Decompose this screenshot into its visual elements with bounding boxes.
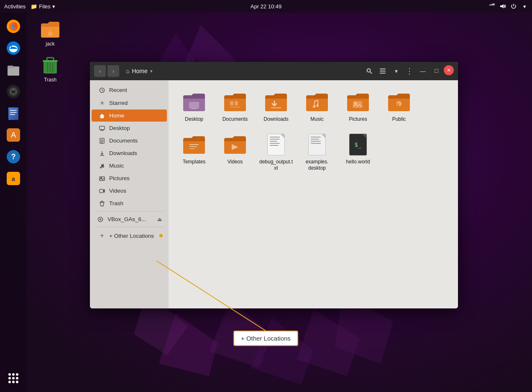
svg-rect-57 — [380, 73, 386, 74]
sidebar-music-label: Music — [109, 163, 124, 169]
dock-item-rhythmbox[interactable] — [4, 82, 23, 101]
sidebar-item-trash[interactable]: Trash — [92, 197, 167, 209]
file-manager-body: Recent ★ Starred Home — [90, 80, 458, 308]
file-item-templates[interactable]: Templates — [175, 130, 213, 175]
location-bar[interactable]: ⌂ Home ▾ — [126, 68, 357, 74]
sidebar-item-documents[interactable]: Documents — [92, 135, 167, 147]
dock-item-help[interactable]: ? — [4, 147, 23, 166]
file-item-public[interactable]: Public — [380, 87, 418, 126]
titlebar-controls: ▾ ⋮ — ☐ ✕ — [363, 65, 454, 77]
close-button[interactable]: ✕ — [444, 65, 454, 75]
documents-folder-icon — [223, 90, 247, 114]
file-item-downloads[interactable]: Downloads — [257, 87, 295, 126]
volume-icon[interactable] — [499, 3, 506, 10]
topbar-datetime: Apr 22 10:49 — [251, 3, 281, 10]
sidebar-item-other-locations[interactable]: + + Other Locations — [92, 229, 167, 242]
file-item-pictures[interactable]: Pictures — [339, 87, 377, 126]
terminal-file-icon-hello: $_ — [346, 133, 370, 156]
dock-item-thunderbird[interactable] — [4, 38, 23, 58]
sidebar-item-pictures[interactable]: Pictures — [92, 172, 167, 184]
svg-rect-30 — [10, 112, 17, 113]
sidebar-item-starred[interactable]: ★ Starred — [92, 97, 167, 109]
sidebar-item-desktop[interactable]: Desktop — [92, 122, 167, 134]
sidebar-item-videos[interactable]: Videos — [92, 185, 167, 197]
jack-label: jack — [46, 41, 54, 47]
svg-point-19 — [11, 46, 13, 48]
file-item-examples-desktop[interactable]: examples. desktop — [298, 130, 336, 175]
file-item-debug-output[interactable]: debug_output.txt — [257, 130, 295, 175]
svg-point-41 — [8, 377, 11, 379]
file-manager-window: ‹ › ⌂ Home ▾ ▾ ⋮ — — [90, 62, 458, 308]
eject-icon[interactable]: ⏏ — [157, 216, 162, 222]
text-file-icon-debug — [264, 133, 288, 156]
activities-button[interactable]: Activities — [4, 3, 26, 10]
sidebar-item-recent[interactable]: Recent — [92, 84, 167, 96]
desktop-icon-trash[interactable]: Trash — [33, 55, 67, 83]
list-view-button[interactable] — [377, 65, 389, 77]
system-menu-chevron[interactable]: ▾ — [521, 3, 528, 10]
svg-point-40 — [16, 373, 18, 376]
desktop-file-icon — [305, 133, 329, 156]
power-icon[interactable] — [510, 3, 517, 10]
svg-point-69 — [102, 166, 104, 168]
svg-rect-76 — [189, 102, 199, 109]
other-locations-icon: + — [98, 232, 106, 239]
sidebar: Recent ★ Starred Home — [90, 80, 169, 308]
svg-point-45 — [12, 381, 15, 383]
desktop-icon-jack[interactable]: ⌂ jack — [33, 19, 67, 47]
dock-item-firefox[interactable] — [4, 17, 23, 36]
starred-icon: ★ — [98, 99, 106, 106]
svg-point-26 — [13, 89, 14, 91]
file-item-music[interactable]: Music — [298, 87, 336, 126]
svg-point-46 — [16, 381, 18, 383]
examples-desktop-label: examples. desktop — [300, 159, 334, 172]
file-item-videos[interactable]: Videos — [216, 130, 254, 175]
svg-point-74 — [98, 217, 103, 221]
topbar-right: ▾ — [489, 3, 528, 10]
sidebar-downloads-label: Downloads — [109, 150, 137, 156]
downloads-folder-icon — [264, 90, 288, 114]
downloads-icon — [98, 150, 106, 156]
sidebar-item-downloads[interactable]: Downloads — [92, 147, 167, 159]
documents-icon — [98, 138, 106, 144]
svg-rect-59 — [100, 126, 105, 130]
dock-item-writer[interactable] — [4, 104, 23, 123]
dock-item-show-apps[interactable] — [4, 369, 23, 388]
file-item-documents[interactable]: Documents — [216, 87, 254, 126]
sidebar-item-music[interactable]: Music — [92, 160, 167, 172]
pictures-folder-label: Pictures — [349, 116, 367, 123]
location-dropdown-chevron[interactable]: ▾ — [150, 69, 153, 74]
svg-rect-29 — [10, 110, 17, 111]
minimize-button[interactable]: — — [417, 65, 429, 77]
svg-point-38 — [8, 373, 11, 376]
file-item-hello-world[interactable]: $_ hello.world — [339, 130, 377, 175]
desktop-icon — [98, 125, 106, 131]
videos-icon — [98, 188, 106, 194]
search-button[interactable] — [363, 65, 375, 77]
dock-item-amazon[interactable]: a — [4, 169, 23, 188]
music-folder-label: Music — [310, 116, 323, 123]
svg-rect-78 — [230, 101, 233, 105]
files-menu[interactable]: 📁 Files ▾ — [31, 3, 55, 10]
file-item-desktop[interactable]: Desktop — [175, 87, 213, 126]
sidebar-divider — [95, 211, 164, 211]
vbox-label: VBox_GAs_6... — [107, 216, 146, 222]
optical-disc-icon — [97, 216, 104, 222]
network-icon[interactable] — [489, 3, 495, 10]
back-button[interactable]: ‹ — [94, 65, 106, 77]
sidebar-item-home[interactable]: Home — [92, 109, 167, 122]
maximize-button[interactable]: ☐ — [430, 65, 442, 77]
more-options-button[interactable]: ⋮ — [404, 65, 415, 77]
dock-item-files[interactable] — [4, 60, 23, 79]
svg-rect-55 — [380, 69, 386, 69]
sidebar-recent-label: Recent — [109, 87, 127, 93]
view-options-dropdown[interactable]: ▾ — [390, 65, 402, 77]
sidebar-item-vbox[interactable]: VBox_GAs_6... ⏏ — [90, 213, 169, 225]
public-folder-icon — [387, 90, 411, 114]
svg-point-75 — [100, 219, 101, 220]
svg-rect-79 — [235, 101, 238, 105]
svg-rect-72 — [100, 189, 103, 193]
forward-button[interactable]: › — [107, 65, 119, 77]
dock-item-software[interactable]: A — [4, 125, 23, 145]
sidebar-pictures-label: Pictures — [109, 175, 130, 181]
